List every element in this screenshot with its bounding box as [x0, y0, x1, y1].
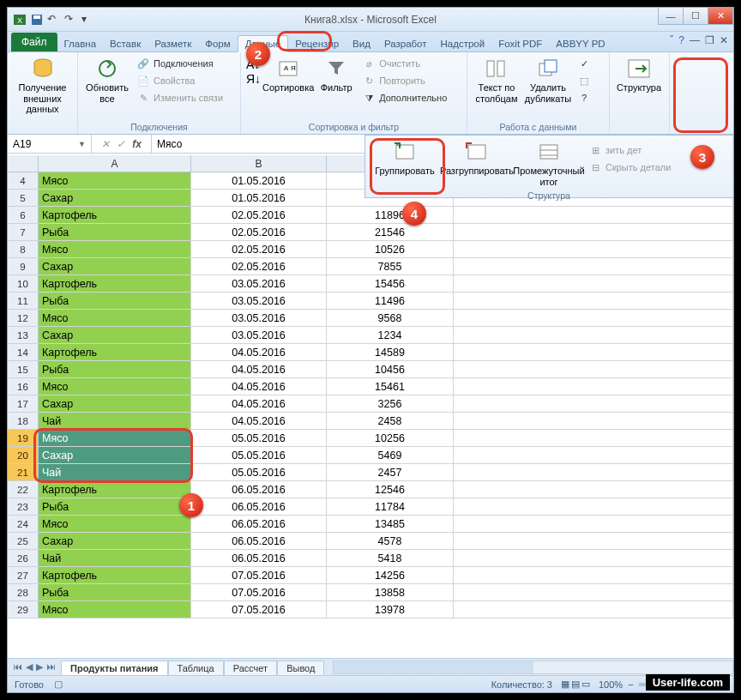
clear-filter-button[interactable]: ⌀Очистить [360, 56, 449, 71]
tab-home[interactable]: Главна [57, 36, 104, 51]
undo-icon[interactable]: ↶ [47, 13, 61, 27]
row-header[interactable]: 4 [8, 172, 39, 190]
cell[interactable] [454, 516, 733, 533]
row-header[interactable]: 29 [8, 601, 39, 619]
sheet-nav-prev-icon[interactable]: ◀ [26, 661, 33, 673]
filter-button[interactable]: Фильтр [316, 54, 357, 96]
cell[interactable]: 10456 [327, 361, 454, 378]
cell[interactable]: Сахар [39, 395, 191, 413]
name-box[interactable]: A19▼ [8, 135, 92, 153]
sort-asc-icon[interactable]: A↓ [246, 57, 261, 71]
cell[interactable]: 13858 [327, 584, 454, 601]
cell[interactable]: 07.05.2016 [191, 567, 327, 584]
sheet-tab-calc[interactable]: Рассчет [224, 661, 278, 675]
row-header[interactable]: 16 [8, 378, 39, 395]
cell[interactable] [454, 293, 733, 310]
row-header[interactable]: 22 [8, 481, 39, 498]
row-header[interactable]: 19 [8, 430, 39, 447]
cell[interactable] [454, 413, 733, 430]
view-normal-icon[interactable]: ▦ [561, 679, 569, 690]
help-icon[interactable]: ? [678, 34, 684, 46]
cell[interactable]: 11496 [327, 293, 454, 310]
reapply-button[interactable]: ↻Повторить [360, 73, 449, 88]
edit-links-button[interactable]: ✎Изменить связи [135, 90, 225, 106]
cell[interactable]: 15461 [327, 378, 454, 395]
remove-duplicates-button[interactable]: Удалить дубликаты [524, 54, 572, 106]
horizontal-scrollbar[interactable] [333, 661, 733, 674]
ribbon-minimize-icon[interactable]: ˇ [670, 34, 673, 46]
cell[interactable]: 2457 [327, 464, 454, 481]
sheet-nav-first-icon[interactable]: ⏮ [13, 661, 22, 673]
sheet-nav-last-icon[interactable]: ⏭ [46, 661, 56, 673]
cell[interactable]: Картофель [39, 344, 191, 361]
tab-data[interactable]: Данные [238, 35, 289, 52]
row-header[interactable]: 20 [8, 447, 39, 464]
get-external-data-button[interactable]: Получение внешних данных [13, 54, 72, 118]
cell[interactable]: 13485 [327, 516, 454, 533]
cell[interactable]: 05.05.2016 [191, 464, 327, 481]
cell[interactable]: 21546 [327, 224, 454, 241]
cell[interactable]: 03.05.2016 [191, 310, 327, 327]
cell[interactable] [454, 498, 733, 516]
row-header[interactable]: 7 [8, 224, 39, 241]
cell[interactable]: Чай [39, 464, 191, 481]
sheet-nav-next-icon[interactable]: ▶ [36, 661, 43, 673]
sort-desc-icon[interactable]: Я↓ [246, 72, 261, 86]
cell[interactable]: 04.05.2016 [191, 361, 327, 378]
group-button[interactable]: Группировать [370, 137, 439, 179]
enter-icon[interactable]: ✓ [117, 138, 125, 150]
cell[interactable]: 02.05.2016 [191, 258, 327, 275]
cell[interactable]: 10256 [327, 430, 454, 447]
column-header-A[interactable]: A [39, 155, 191, 172]
cell[interactable]: 06.05.2016 [191, 498, 327, 516]
cell[interactable]: Картофель [39, 207, 191, 224]
save-icon[interactable] [30, 13, 44, 27]
tab-addins[interactable]: Надстрой [434, 36, 492, 51]
cell[interactable]: Рыба [39, 293, 191, 310]
macro-record-icon[interactable]: ▢ [54, 679, 63, 690]
cell[interactable]: 2458 [327, 413, 454, 430]
cell[interactable]: Картофель [39, 481, 191, 498]
row-header[interactable]: 27 [8, 567, 39, 584]
close-button[interactable]: ✕ [708, 8, 733, 25]
cell[interactable]: 13978 [327, 601, 454, 619]
row-header[interactable]: 23 [8, 498, 39, 516]
cell[interactable]: 14256 [327, 567, 454, 584]
row-header[interactable]: 10 [8, 275, 39, 293]
row-header[interactable]: 18 [8, 413, 39, 430]
chevron-down-icon[interactable]: ▼ [78, 140, 86, 148]
sheet-tab-products[interactable]: Продукты питания [61, 661, 168, 675]
cell[interactable]: 12546 [327, 481, 454, 498]
cancel-icon[interactable]: ✕ [101, 138, 110, 150]
cell[interactable]: 5418 [327, 550, 454, 567]
tab-view[interactable]: Вид [346, 36, 377, 51]
properties-button[interactable]: 📄Свойства [135, 73, 225, 88]
cell[interactable]: Рыба [39, 584, 191, 601]
tab-file[interactable]: Файл [11, 33, 57, 51]
cell[interactable] [454, 207, 733, 224]
maximize-button[interactable]: ☐ [683, 8, 708, 25]
cell[interactable]: Чай [39, 413, 191, 430]
cell[interactable]: 06.05.2016 [191, 516, 327, 533]
cell[interactable]: Мясо [39, 241, 191, 258]
tab-layout[interactable]: Разметк [148, 36, 198, 51]
cell[interactable]: 03.05.2016 [191, 275, 327, 293]
cell[interactable]: 15456 [327, 275, 454, 293]
row-header[interactable]: 6 [8, 207, 39, 224]
cell[interactable]: 06.05.2016 [191, 481, 327, 498]
cell[interactable] [454, 310, 733, 327]
cell[interactable]: 07.05.2016 [191, 601, 327, 619]
sheet-tab-table[interactable]: Таблица [168, 661, 224, 675]
advanced-filter-button[interactable]: ⧩Дополнительно [360, 90, 449, 106]
row-header[interactable]: 21 [8, 464, 39, 481]
cell[interactable]: 06.05.2016 [191, 550, 327, 567]
cell[interactable] [454, 361, 733, 378]
cell[interactable]: Мясо [39, 601, 191, 619]
redo-icon[interactable]: ↷ [64, 13, 78, 27]
cell[interactable]: 04.05.2016 [191, 413, 327, 430]
row-header[interactable]: 28 [8, 584, 39, 601]
cell[interactable] [454, 533, 733, 550]
tab-review[interactable]: Рецензир [288, 36, 346, 51]
cell[interactable]: 10526 [327, 241, 454, 258]
cell[interactable]: 1234 [327, 327, 454, 344]
